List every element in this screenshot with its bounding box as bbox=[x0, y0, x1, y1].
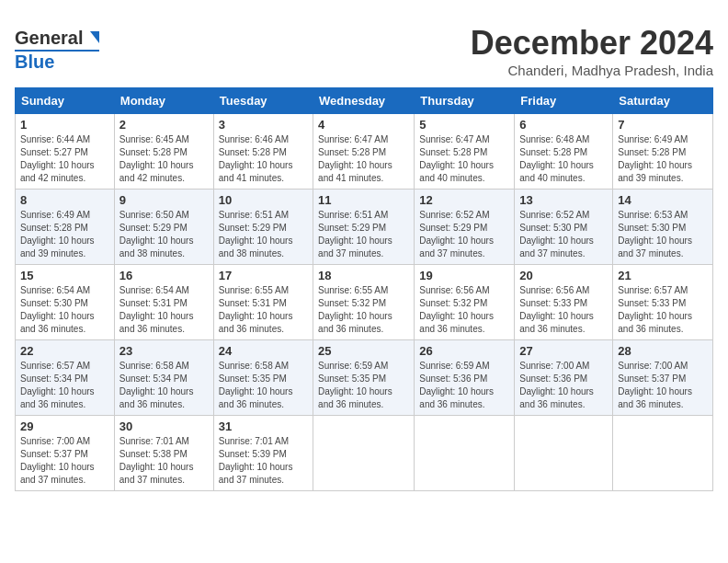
day-cell-8: 8Sunrise: 6:49 AMSunset: 5:28 PMDaylight… bbox=[16, 190, 115, 265]
day-cell-20: 20Sunrise: 6:56 AMSunset: 5:33 PMDayligh… bbox=[515, 265, 613, 340]
day-info: Sunrise: 6:52 AMSunset: 5:29 PMDaylight:… bbox=[419, 209, 509, 260]
day-number: 27 bbox=[519, 344, 608, 358]
day-info: Sunrise: 6:51 AMSunset: 5:29 PMDaylight:… bbox=[318, 209, 409, 260]
calendar-table: SundayMondayTuesdayWednesdayThursdayFrid… bbox=[15, 87, 713, 491]
day-number: 26 bbox=[419, 344, 509, 358]
empty-cell bbox=[515, 416, 613, 491]
day-cell-10: 10Sunrise: 6:51 AMSunset: 5:29 PMDayligh… bbox=[213, 190, 313, 265]
day-number: 25 bbox=[318, 344, 409, 358]
day-cell-3: 3Sunrise: 6:46 AMSunset: 5:28 PMDaylight… bbox=[213, 114, 313, 190]
day-info: Sunrise: 6:49 AMSunset: 5:28 PMDaylight:… bbox=[618, 133, 708, 185]
day-number: 19 bbox=[419, 269, 509, 282]
title-section: December 2024 Chanderi, Madhya Pradesh, … bbox=[471, 24, 713, 78]
day-number: 12 bbox=[419, 193, 509, 207]
day-info: Sunrise: 6:59 AMSunset: 5:35 PMDaylight:… bbox=[318, 360, 409, 411]
header-saturday: Saturday bbox=[613, 88, 713, 114]
day-info: Sunrise: 6:59 AMSunset: 5:36 PMDaylight:… bbox=[419, 360, 509, 411]
day-cell-19: 19Sunrise: 6:56 AMSunset: 5:32 PMDayligh… bbox=[415, 265, 515, 340]
day-info: Sunrise: 6:51 AMSunset: 5:29 PMDaylight:… bbox=[219, 209, 308, 260]
day-info: Sunrise: 6:54 AMSunset: 5:31 PMDaylight:… bbox=[119, 284, 209, 336]
day-info: Sunrise: 6:47 AMSunset: 5:28 PMDaylight:… bbox=[419, 133, 509, 185]
svg-marker-0 bbox=[90, 31, 99, 43]
day-info: Sunrise: 7:00 AMSunset: 5:36 PMDaylight:… bbox=[519, 360, 608, 411]
day-number: 20 bbox=[519, 269, 608, 282]
day-cell-17: 17Sunrise: 6:55 AMSunset: 5:31 PMDayligh… bbox=[213, 265, 313, 340]
day-cell-6: 6Sunrise: 6:48 AMSunset: 5:28 PMDaylight… bbox=[515, 114, 613, 190]
day-info: Sunrise: 6:58 AMSunset: 5:34 PMDaylight:… bbox=[119, 360, 209, 411]
empty-cell bbox=[313, 416, 415, 491]
day-cell-9: 9Sunrise: 6:50 AMSunset: 5:29 PMDaylight… bbox=[114, 190, 213, 265]
day-info: Sunrise: 6:47 AMSunset: 5:28 PMDaylight:… bbox=[318, 133, 409, 185]
day-number: 22 bbox=[20, 344, 109, 358]
day-cell-21: 21Sunrise: 6:57 AMSunset: 5:33 PMDayligh… bbox=[613, 265, 713, 340]
logo-bird-icon bbox=[83, 30, 99, 47]
day-number: 14 bbox=[618, 193, 708, 207]
day-info: Sunrise: 6:46 AMSunset: 5:28 PMDaylight:… bbox=[219, 133, 308, 185]
calendar-week-3: 15Sunrise: 6:54 AMSunset: 5:30 PMDayligh… bbox=[16, 265, 713, 340]
day-cell-31: 31Sunrise: 7:01 AMSunset: 5:39 PMDayligh… bbox=[213, 416, 313, 491]
day-number: 23 bbox=[119, 344, 209, 358]
day-cell-2: 2Sunrise: 6:45 AMSunset: 5:28 PMDaylight… bbox=[114, 114, 213, 190]
day-number: 4 bbox=[318, 118, 409, 132]
day-info: Sunrise: 7:00 AMSunset: 5:37 PMDaylight:… bbox=[618, 360, 708, 411]
day-info: Sunrise: 6:57 AMSunset: 5:34 PMDaylight:… bbox=[20, 360, 109, 411]
day-cell-4: 4Sunrise: 6:47 AMSunset: 5:28 PMDaylight… bbox=[313, 114, 415, 190]
day-number: 2 bbox=[119, 118, 209, 132]
header-wednesday: Wednesday bbox=[313, 88, 415, 114]
day-number: 16 bbox=[119, 269, 209, 282]
day-number: 21 bbox=[618, 269, 708, 282]
day-number: 31 bbox=[219, 419, 308, 433]
day-cell-13: 13Sunrise: 6:52 AMSunset: 5:30 PMDayligh… bbox=[515, 190, 613, 265]
logo-blue-text: Blue bbox=[15, 52, 54, 72]
calendar-week-4: 22Sunrise: 6:57 AMSunset: 5:34 PMDayligh… bbox=[16, 340, 713, 416]
header-thursday: Thursday bbox=[415, 88, 515, 114]
day-cell-26: 26Sunrise: 6:59 AMSunset: 5:36 PMDayligh… bbox=[415, 340, 515, 416]
day-number: 17 bbox=[219, 269, 308, 282]
day-cell-15: 15Sunrise: 6:54 AMSunset: 5:30 PMDayligh… bbox=[16, 265, 115, 340]
calendar-subtitle: Chanderi, Madhya Pradesh, India bbox=[471, 63, 713, 78]
day-info: Sunrise: 6:57 AMSunset: 5:33 PMDaylight:… bbox=[618, 284, 708, 336]
empty-cell bbox=[415, 416, 515, 491]
day-cell-11: 11Sunrise: 6:51 AMSunset: 5:29 PMDayligh… bbox=[313, 190, 415, 265]
calendar-title: December 2024 bbox=[471, 24, 713, 63]
day-number: 24 bbox=[219, 344, 308, 358]
day-number: 30 bbox=[119, 419, 209, 433]
day-cell-24: 24Sunrise: 6:58 AMSunset: 5:35 PMDayligh… bbox=[213, 340, 313, 416]
day-info: Sunrise: 7:01 AMSunset: 5:39 PMDaylight:… bbox=[219, 435, 308, 487]
day-cell-25: 25Sunrise: 6:59 AMSunset: 5:35 PMDayligh… bbox=[313, 340, 415, 416]
day-info: Sunrise: 7:00 AMSunset: 5:37 PMDaylight:… bbox=[20, 435, 109, 487]
day-info: Sunrise: 6:49 AMSunset: 5:28 PMDaylight:… bbox=[20, 209, 109, 260]
day-info: Sunrise: 6:55 AMSunset: 5:32 PMDaylight:… bbox=[318, 284, 409, 336]
day-info: Sunrise: 6:53 AMSunset: 5:30 PMDaylight:… bbox=[618, 209, 708, 260]
day-cell-29: 29Sunrise: 7:00 AMSunset: 5:37 PMDayligh… bbox=[16, 416, 115, 491]
empty-cell bbox=[613, 416, 713, 491]
day-info: Sunrise: 6:44 AMSunset: 5:27 PMDaylight:… bbox=[20, 133, 109, 185]
day-cell-23: 23Sunrise: 6:58 AMSunset: 5:34 PMDayligh… bbox=[114, 340, 213, 416]
header-monday: Monday bbox=[114, 88, 213, 114]
day-info: Sunrise: 6:58 AMSunset: 5:35 PMDaylight:… bbox=[219, 360, 308, 411]
day-number: 28 bbox=[618, 344, 708, 358]
day-number: 1 bbox=[20, 118, 109, 132]
day-cell-30: 30Sunrise: 7:01 AMSunset: 5:38 PMDayligh… bbox=[114, 416, 213, 491]
logo-general-text: General bbox=[15, 28, 83, 49]
day-number: 15 bbox=[20, 269, 109, 282]
day-number: 7 bbox=[618, 118, 708, 132]
day-cell-16: 16Sunrise: 6:54 AMSunset: 5:31 PMDayligh… bbox=[114, 265, 213, 340]
day-cell-18: 18Sunrise: 6:55 AMSunset: 5:32 PMDayligh… bbox=[313, 265, 415, 340]
day-cell-22: 22Sunrise: 6:57 AMSunset: 5:34 PMDayligh… bbox=[16, 340, 115, 416]
day-info: Sunrise: 6:54 AMSunset: 5:30 PMDaylight:… bbox=[20, 284, 109, 336]
day-number: 5 bbox=[419, 118, 509, 132]
day-cell-28: 28Sunrise: 7:00 AMSunset: 5:37 PMDayligh… bbox=[613, 340, 713, 416]
logo: General Blue bbox=[15, 24, 99, 73]
page-header: General Blue December 2024 Chanderi, Mad… bbox=[15, 24, 713, 78]
header-tuesday: Tuesday bbox=[213, 88, 313, 114]
day-info: Sunrise: 6:56 AMSunset: 5:33 PMDaylight:… bbox=[519, 284, 608, 336]
day-number: 18 bbox=[318, 269, 409, 282]
day-cell-5: 5Sunrise: 6:47 AMSunset: 5:28 PMDaylight… bbox=[415, 114, 515, 190]
day-info: Sunrise: 6:50 AMSunset: 5:29 PMDaylight:… bbox=[119, 209, 209, 260]
day-number: 3 bbox=[219, 118, 308, 132]
calendar-week-1: 1Sunrise: 6:44 AMSunset: 5:27 PMDaylight… bbox=[16, 114, 713, 190]
day-info: Sunrise: 6:45 AMSunset: 5:28 PMDaylight:… bbox=[119, 133, 209, 185]
day-info: Sunrise: 6:55 AMSunset: 5:31 PMDaylight:… bbox=[219, 284, 308, 336]
day-info: Sunrise: 7:01 AMSunset: 5:38 PMDaylight:… bbox=[119, 435, 209, 487]
